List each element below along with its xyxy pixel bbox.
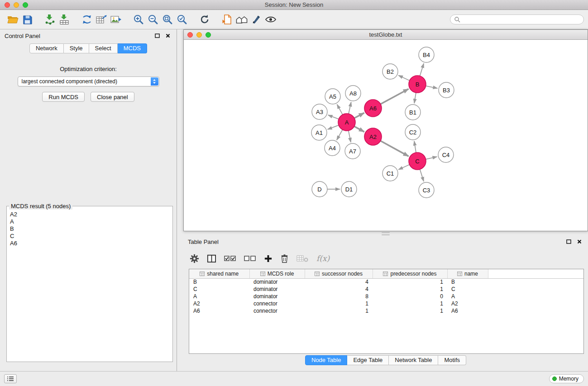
- table-row[interactable]: Adominator80A: [189, 293, 583, 300]
- add-column-button[interactable]: [264, 254, 272, 263]
- open-session-button[interactable]: [5, 12, 20, 27]
- export-image-button[interactable]: [109, 12, 123, 27]
- network-node-B1[interactable]: B1: [405, 105, 421, 120]
- network-edge-A-A4[interactable]: [337, 130, 343, 140]
- mcds-result-list[interactable]: A2ABCA6: [8, 211, 172, 361]
- network-node-B2[interactable]: B2: [382, 64, 398, 79]
- mcds-result-item[interactable]: C: [8, 233, 172, 240]
- tab-network-table[interactable]: Network Table: [389, 355, 438, 365]
- network-minimize-button[interactable]: [196, 32, 202, 38]
- network-node-C[interactable]: C: [409, 152, 426, 170]
- network-edge-C-C4[interactable]: [426, 157, 437, 159]
- network-edge-A-A7[interactable]: [349, 131, 351, 143]
- network-edge-B-B2[interactable]: [398, 75, 410, 81]
- network-edge-A-A8[interactable]: [349, 102, 351, 114]
- network-node-C4[interactable]: C4: [438, 147, 454, 162]
- network-edge-A-A1[interactable]: [328, 125, 339, 129]
- minimize-window-button[interactable]: [14, 2, 19, 8]
- network-node-A[interactable]: A: [338, 114, 355, 131]
- zoom-in-button[interactable]: [131, 12, 146, 27]
- search-input[interactable]: [462, 16, 583, 23]
- network-node-D1[interactable]: D1: [341, 181, 357, 197]
- select-all-columns-button[interactable]: [224, 254, 236, 263]
- close-panel-button[interactable]: [164, 32, 172, 39]
- network-edge-B-B1[interactable]: [414, 93, 416, 103]
- table-row[interactable]: A6connector11A6: [189, 307, 583, 315]
- import-network-button[interactable]: [43, 12, 57, 27]
- export-table-button[interactable]: [94, 12, 109, 27]
- network-edge-B-B4[interactable]: [420, 63, 424, 76]
- mcds-result-item[interactable]: A: [8, 218, 172, 225]
- network-edge-A-A2[interactable]: [354, 126, 364, 132]
- save-session-button[interactable]: [20, 12, 34, 27]
- table-settings-button[interactable]: [190, 254, 199, 263]
- network-edge-C-C1[interactable]: [398, 165, 409, 170]
- network-edge-A2-C[interactable]: [381, 141, 409, 156]
- horizontal-splitter-handle[interactable]: [382, 232, 390, 235]
- table-row[interactable]: Bdominator41B: [189, 278, 583, 286]
- mcds-result-item[interactable]: A6: [8, 240, 172, 247]
- remove-table-button-disabled[interactable]: [296, 254, 309, 263]
- network-node-D[interactable]: D: [312, 181, 327, 197]
- mcds-result-item[interactable]: A2: [8, 211, 172, 218]
- network-node-A1[interactable]: A1: [311, 125, 327, 140]
- network-node-B3[interactable]: B3: [439, 82, 454, 98]
- run-mcds-button[interactable]: Run MCDS: [42, 92, 85, 102]
- function-builder-button[interactable]: f(x): [316, 254, 330, 263]
- network-close-button[interactable]: [187, 32, 193, 38]
- network-edge-A-A3[interactable]: [328, 115, 339, 119]
- deselect-all-columns-button[interactable]: [244, 254, 256, 263]
- close-window-button[interactable]: [5, 2, 10, 8]
- network-node-B4[interactable]: B4: [419, 47, 434, 62]
- network-edge-A-A5[interactable]: [337, 105, 343, 115]
- network-edge-A-A6[interactable]: [354, 113, 364, 118]
- apply-layout-button[interactable]: [80, 12, 94, 27]
- network-edge-C-C2[interactable]: [414, 141, 416, 152]
- zoom-window-button[interactable]: [23, 2, 28, 8]
- float-panel-button[interactable]: [153, 32, 161, 39]
- tab-network[interactable]: Network: [29, 43, 64, 53]
- network-edge-B-B3[interactable]: [426, 86, 438, 88]
- column-header-MCDS-role[interactable]: MCDS role: [249, 269, 305, 278]
- column-header-name[interactable]: name: [447, 269, 488, 278]
- criterion-dropdown[interactable]: largest connected component (directed): [18, 76, 159, 86]
- tab-motifs[interactable]: Motifs: [438, 355, 466, 365]
- refresh-network-button[interactable]: [197, 12, 212, 27]
- import-table-button[interactable]: [57, 12, 72, 27]
- network-zoom-button[interactable]: [206, 32, 211, 38]
- table-row[interactable]: Cdominator41C: [189, 286, 583, 293]
- delete-column-button[interactable]: [280, 254, 289, 263]
- tab-style[interactable]: Style: [64, 43, 89, 53]
- zoom-fit-button[interactable]: [160, 12, 175, 27]
- network-node-A7[interactable]: A7: [345, 143, 360, 159]
- network-node-A6[interactable]: A6: [364, 100, 382, 117]
- network-node-A4[interactable]: A4: [325, 140, 340, 156]
- network-node-B[interactable]: B: [409, 76, 426, 93]
- tab-node-table[interactable]: Node Table: [305, 355, 348, 365]
- style-pen-button[interactable]: [249, 12, 263, 27]
- network-edge-A6-B[interactable]: [381, 89, 409, 104]
- memory-button[interactable]: Memory: [549, 374, 584, 383]
- home-button[interactable]: [234, 12, 249, 27]
- column-header-predecessor-nodes[interactable]: predecessor nodes: [373, 269, 447, 278]
- mcds-result-item[interactable]: B: [8, 225, 172, 233]
- table-float-panel-button[interactable]: [564, 238, 573, 245]
- network-node-A2[interactable]: A2: [364, 128, 382, 145]
- network-node-C1[interactable]: C1: [382, 166, 398, 181]
- network-canvas[interactable]: B4B2BB3A5A8A6A3B1AA1C2A2A4A7C4CC1DD1C3: [184, 40, 588, 231]
- table-close-panel-button[interactable]: [575, 238, 583, 245]
- show-hide-button[interactable]: [263, 12, 278, 27]
- split-columns-button[interactable]: [207, 254, 216, 263]
- tab-edge-table[interactable]: Edge Table: [347, 355, 389, 365]
- close-panel-action-button[interactable]: Close panel: [91, 92, 134, 102]
- column-header-successor-nodes[interactable]: successor nodes: [305, 269, 373, 278]
- zoom-selected-button[interactable]: [175, 12, 189, 27]
- network-node-A5[interactable]: A5: [325, 89, 340, 104]
- tab-mcds[interactable]: MCDS: [118, 43, 147, 53]
- tab-select[interactable]: Select: [89, 43, 118, 53]
- network-snapshot-button[interactable]: [220, 12, 234, 27]
- table-row[interactable]: A2connector11A2: [189, 300, 583, 307]
- network-node-C2[interactable]: C2: [405, 124, 421, 140]
- task-history-button[interactable]: [4, 374, 17, 383]
- search-field[interactable]: [450, 14, 584, 24]
